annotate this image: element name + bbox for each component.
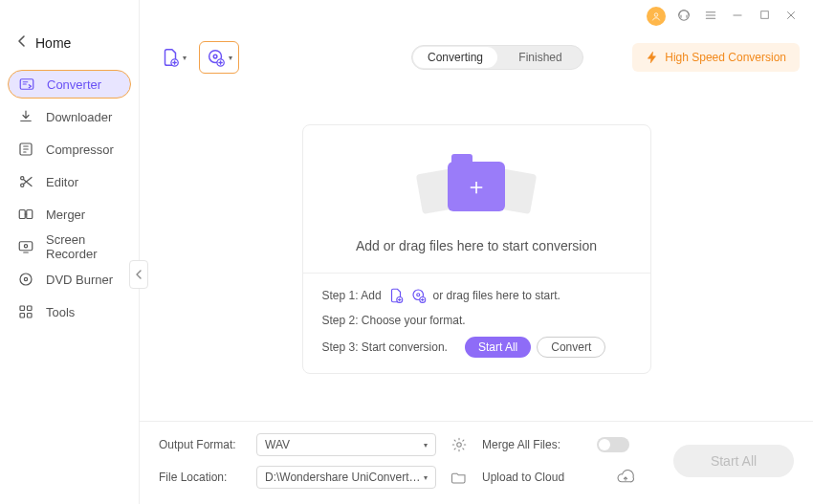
chevron-down-icon: ▾ bbox=[424, 473, 428, 482]
folder-plus-icon: ＋ bbox=[419, 148, 534, 225]
convert-pill[interactable]: Convert bbox=[537, 337, 605, 358]
add-dvd-button[interactable]: ▾ bbox=[199, 41, 239, 74]
home-label: Home bbox=[35, 35, 71, 51]
grid-icon bbox=[17, 303, 34, 320]
avatar[interactable] bbox=[647, 7, 666, 26]
svg-point-8 bbox=[20, 274, 32, 285]
tab-label: Finished bbox=[518, 51, 561, 64]
svg-rect-5 bbox=[27, 210, 33, 219]
high-speed-conversion-button[interactable]: High Speed Conversion bbox=[632, 43, 800, 72]
add-file-icon bbox=[160, 47, 181, 68]
sidebar-item-label: Merger bbox=[46, 208, 85, 222]
step-2: Step 2: Choose your format. bbox=[322, 314, 631, 327]
svg-point-9 bbox=[24, 277, 27, 280]
output-format-select[interactable]: WAV ▾ bbox=[256, 433, 436, 456]
start-all-pill[interactable]: Start All bbox=[465, 337, 531, 358]
sidebar-item-dvd-burner[interactable]: DVD Burner bbox=[8, 265, 131, 294]
add-file-button[interactable]: ▾ bbox=[153, 41, 193, 74]
merge-toggle[interactable] bbox=[597, 437, 629, 452]
step-1-text-a: Step 1: Add bbox=[322, 289, 382, 302]
output-settings-button[interactable] bbox=[446, 436, 472, 453]
window-close[interactable] bbox=[782, 9, 800, 25]
drop-steps: Step 1: Add or drag files here to start.… bbox=[303, 273, 650, 373]
svg-rect-4 bbox=[19, 210, 25, 219]
chevron-left-icon bbox=[17, 33, 26, 53]
output-format-label: Output Format: bbox=[159, 438, 247, 451]
svg-rect-10 bbox=[20, 306, 25, 311]
upload-label: Upload to Cloud bbox=[482, 471, 587, 484]
step-3-text: Step 3: Start conversion. bbox=[322, 340, 448, 354]
chevron-down-icon: ▾ bbox=[183, 54, 187, 62]
svg-point-14 bbox=[654, 13, 658, 17]
sidebar-item-label: Compressor bbox=[46, 142, 114, 157]
sidebar-item-label: Downloader bbox=[46, 110, 112, 124]
main-area: ▾ ▾ Converting Finished High Speed Conve… bbox=[140, 0, 813, 504]
bolt-icon bbox=[646, 51, 659, 64]
button-label: Start All bbox=[711, 453, 757, 469]
sidebar-item-screen-recorder[interactable]: Screen Recorder bbox=[8, 232, 131, 261]
svg-point-19 bbox=[213, 55, 217, 58]
chevron-down-icon: ▾ bbox=[229, 54, 232, 62]
sidebar-item-label: Converter bbox=[47, 77, 101, 92]
hamburger-menu-icon[interactable] bbox=[702, 8, 719, 26]
home-back[interactable]: Home bbox=[0, 33, 139, 70]
support-icon[interactable] bbox=[675, 7, 692, 27]
sidebar: Home Converter Downloader Compressor Edi… bbox=[0, 0, 140, 504]
converter-icon bbox=[18, 76, 35, 93]
add-disc-icon[interactable] bbox=[410, 287, 428, 304]
chevron-down-icon: ▾ bbox=[424, 441, 428, 449]
tab-converting[interactable]: Converting bbox=[413, 47, 497, 68]
step-1-text-b: or drag files here to start. bbox=[433, 289, 560, 302]
tab-label: Converting bbox=[428, 51, 483, 64]
scissors-icon bbox=[17, 173, 34, 190]
svg-rect-6 bbox=[19, 242, 33, 251]
tab-segmented: Converting Finished bbox=[411, 45, 583, 70]
upload-cloud-button[interactable] bbox=[597, 470, 654, 485]
download-icon bbox=[17, 108, 34, 125]
sidebar-item-label: Editor bbox=[46, 175, 78, 189]
tab-finished[interactable]: Finished bbox=[498, 46, 582, 69]
content-area: ＋ Add or drag files here to start conver… bbox=[140, 77, 813, 421]
svg-rect-11 bbox=[28, 306, 33, 311]
step-1: Step 1: Add or drag files here to start. bbox=[322, 287, 631, 304]
disc-icon bbox=[17, 271, 34, 288]
toolbar: ▾ ▾ Converting Finished High Speed Conve… bbox=[153, 38, 800, 77]
compressor-icon bbox=[17, 141, 34, 158]
add-disc-icon bbox=[206, 47, 227, 68]
merger-icon bbox=[17, 206, 34, 223]
window-maximize[interactable] bbox=[756, 9, 773, 24]
high-speed-label: High Speed Conversion bbox=[665, 51, 786, 64]
sidebar-collapse-handle[interactable] bbox=[129, 260, 148, 289]
file-location-value: D:\Wondershare UniConverter 1 bbox=[265, 471, 424, 484]
sidebar-item-tools[interactable]: Tools bbox=[8, 297, 131, 326]
user-icon bbox=[650, 11, 662, 22]
file-location-label: File Location: bbox=[159, 471, 247, 484]
sidebar-item-label: Screen Recorder bbox=[46, 232, 121, 261]
merge-label: Merge All Files: bbox=[482, 438, 587, 451]
sidebar-item-label: DVD Burner bbox=[46, 273, 113, 287]
svg-rect-0 bbox=[20, 79, 33, 90]
svg-point-7 bbox=[24, 245, 27, 248]
file-location-select[interactable]: D:\Wondershare UniConverter 1 ▾ bbox=[256, 466, 436, 489]
svg-rect-13 bbox=[28, 314, 33, 318]
screen-recorder-icon bbox=[17, 238, 34, 255]
open-folder-button[interactable] bbox=[446, 469, 472, 486]
drop-zone[interactable]: ＋ Add or drag files here to start conver… bbox=[303, 125, 650, 273]
sidebar-item-converter[interactable]: Converter bbox=[8, 70, 131, 99]
window-minimize[interactable] bbox=[729, 9, 746, 25]
button-label: Start All bbox=[478, 340, 517, 354]
step-3: Step 3: Start conversion. Start All Conv… bbox=[322, 337, 631, 358]
sidebar-item-editor[interactable]: Editor bbox=[8, 167, 131, 196]
output-format-value: WAV bbox=[265, 438, 290, 451]
start-all-button[interactable]: Start All bbox=[673, 445, 794, 477]
sidebar-item-downloader[interactable]: Downloader bbox=[8, 102, 131, 131]
sidebar-item-label: Tools bbox=[46, 305, 75, 319]
titlebar bbox=[140, 0, 813, 33]
sidebar-item-merger[interactable]: Merger bbox=[8, 200, 131, 229]
svg-point-25 bbox=[457, 443, 462, 448]
svg-rect-12 bbox=[20, 314, 25, 318]
drop-message: Add or drag files here to start conversi… bbox=[356, 238, 597, 253]
add-file-icon[interactable] bbox=[387, 287, 405, 304]
svg-point-23 bbox=[416, 293, 419, 296]
sidebar-item-compressor[interactable]: Compressor bbox=[8, 135, 131, 164]
